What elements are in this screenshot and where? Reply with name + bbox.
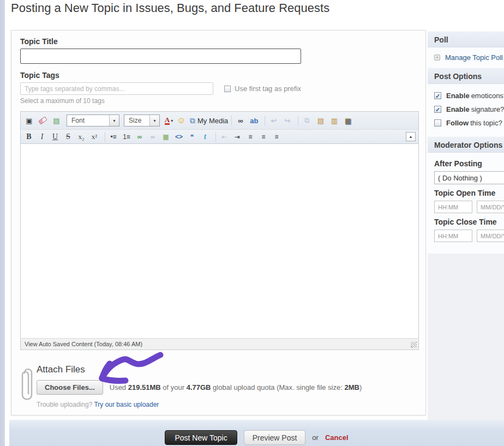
topic-tags-row: Use first tag as prefix bbox=[20, 82, 417, 95]
subscript-icon[interactable]: x₂ bbox=[76, 131, 88, 142]
unlink-icon[interactable]: ∞ bbox=[148, 131, 160, 142]
chevron-down-icon[interactable]: ▾ bbox=[149, 115, 159, 126]
poll-section-header: Poll bbox=[428, 31, 504, 47]
checkbox: ✓ bbox=[434, 92, 441, 99]
align-center-icon[interactable]: ≡ bbox=[259, 131, 271, 142]
quota-total-value: 4.77GB bbox=[187, 383, 211, 391]
bbcode-toggle-icon[interactable]: ▣ bbox=[24, 114, 37, 126]
size-select[interactable]: Size ▾ bbox=[124, 114, 160, 126]
topic-title-input[interactable] bbox=[20, 49, 301, 64]
attach-files-heading: Attach Files bbox=[37, 364, 417, 375]
left-edge-strip bbox=[0, 0, 5, 446]
text-color-icon[interactable]: A▾ bbox=[163, 114, 175, 126]
find-icon[interactable]: ∞ bbox=[235, 114, 248, 126]
align-right-icon[interactable]: ≡ bbox=[272, 131, 284, 142]
sidebar-filler bbox=[428, 254, 504, 426]
quote-icon[interactable]: ❝ bbox=[187, 131, 199, 142]
template-icon[interactable]: ▤ bbox=[51, 114, 64, 126]
font-select[interactable]: Font ▾ bbox=[67, 114, 119, 126]
italic-icon[interactable]: I bbox=[37, 131, 49, 142]
use-first-tag-checkbox[interactable] bbox=[224, 86, 231, 92]
basic-uploader-link[interactable]: Try our basic uploader bbox=[94, 401, 159, 408]
attach-files-section: Attach Files Choose Files... Used 219.51… bbox=[20, 364, 417, 408]
quota-used-value: 219.51MB bbox=[128, 383, 161, 391]
paste-plain-icon[interactable]: ▥ bbox=[329, 114, 341, 126]
separator bbox=[265, 116, 265, 125]
emoticons-icon[interactable]: ☺ bbox=[176, 114, 189, 126]
editor-toolbar-row1: ▣▤ Font ▾ Size ▾ A▾☺⧉My Media∞ab↩↪⧉▤▥▦ bbox=[21, 112, 418, 130]
underline-icon[interactable]: U bbox=[50, 131, 62, 142]
editor-status-bar: View Auto Saved Content (Today, 08:46 AM… bbox=[21, 338, 418, 349]
separator bbox=[215, 132, 216, 142]
separator bbox=[231, 116, 232, 125]
link-icon[interactable]: ∞ bbox=[135, 131, 147, 142]
bullet-list-icon[interactable]: •≡ bbox=[109, 131, 121, 142]
trouble-uploading-text: Trouble uploading? Try our basic uploade… bbox=[37, 401, 417, 408]
cancel-link[interactable]: Cancel bbox=[325, 430, 349, 445]
follow-topic-checkbox[interactable]: Followthis topic? bbox=[428, 116, 504, 130]
close-date-input[interactable] bbox=[477, 230, 504, 242]
copy-icon[interactable]: ⧉ bbox=[302, 114, 314, 126]
post-new-topic-button[interactable]: Post New Topic bbox=[165, 430, 237, 445]
superscript-icon[interactable]: x² bbox=[89, 131, 101, 142]
undo-icon[interactable]: ↩ bbox=[268, 114, 281, 126]
manage-poll-row: + Manage Topic Poll bbox=[428, 47, 504, 68]
paperclip-icon bbox=[20, 362, 35, 406]
replace-icon[interactable]: ab bbox=[249, 114, 261, 126]
moderator-options-form: After Posting ( Do Nothing ) Topic Open … bbox=[428, 153, 504, 254]
code-icon[interactable]: <> bbox=[174, 131, 186, 142]
bold-icon[interactable]: B bbox=[24, 131, 36, 142]
poll-icon: + bbox=[434, 55, 440, 61]
tags-help-text: Select a maximum of 10 tags bbox=[20, 97, 417, 105]
rich-text-editor: ▣▤ Font ▾ Size ▾ A▾☺⧉My Media∞ab↩↪⧉▤▥▦ B… bbox=[20, 111, 419, 350]
topic-close-time-label: Topic Close Time bbox=[434, 218, 504, 226]
open-date-input[interactable] bbox=[477, 201, 504, 213]
remove-format-icon[interactable] bbox=[38, 114, 50, 126]
footer-bar: Post New Topic Preview Post or Cancel bbox=[9, 420, 504, 446]
strikethrough-icon[interactable]: S bbox=[63, 131, 75, 142]
topic-title-label: Topic Title bbox=[20, 37, 417, 46]
separator bbox=[105, 132, 105, 142]
topic-tags-label: Topic Tags bbox=[20, 71, 417, 80]
choose-files-button[interactable]: Choose Files... bbox=[37, 380, 103, 395]
attach-files-row: Choose Files... Used 219.51MB of your 4.… bbox=[37, 380, 417, 395]
sidebar: Poll + Manage Topic Poll Post Options ✓ … bbox=[428, 31, 504, 426]
image-icon[interactable]: ▦ bbox=[161, 131, 173, 142]
enable-signature-checkbox[interactable]: ✓ Enablesignature? bbox=[428, 103, 504, 116]
editor-toolbar-row2: BIUSx₂x²•≡1≡∞∞▦<>❝t⇤⇥≡≡≡ bbox=[21, 130, 418, 144]
topic-tags-input[interactable] bbox=[20, 82, 213, 95]
media-embed-icon[interactable]: t bbox=[200, 131, 212, 142]
topic-open-time-row bbox=[434, 201, 504, 213]
or-text: or bbox=[312, 430, 319, 445]
chevron-down-icon[interactable]: ▾ bbox=[109, 115, 119, 126]
checkbox bbox=[434, 119, 441, 126]
topic-form-panel: Topic Title Topic Tags Use first tag as … bbox=[11, 30, 426, 415]
quota-max-file-value: 2MB bbox=[344, 383, 359, 391]
autosave-link[interactable]: View Auto Saved Content (Today, 08:46 AM… bbox=[25, 341, 142, 347]
after-posting-label: After Posting bbox=[434, 159, 504, 168]
editor-content-area[interactable] bbox=[21, 144, 418, 338]
upload-quota-text: Used 219.51MB of your 4.77GB global uplo… bbox=[110, 383, 362, 391]
redo-icon[interactable]: ↪ bbox=[282, 114, 295, 126]
close-time-input[interactable] bbox=[434, 230, 472, 242]
align-left-icon[interactable]: ≡ bbox=[245, 131, 257, 142]
collapse-toolbar-button[interactable]: ▲ bbox=[406, 132, 416, 141]
enable-emoticons-checkbox[interactable]: ✓ Enableemoticons? bbox=[428, 89, 504, 103]
indent-icon[interactable]: ⇥ bbox=[232, 131, 244, 142]
post-options-header: Post Options bbox=[428, 68, 504, 84]
open-time-input[interactable] bbox=[434, 201, 472, 213]
my-media-button[interactable]: ⧉My Media bbox=[190, 114, 228, 126]
paste-icon[interactable]: ▤ bbox=[315, 114, 328, 126]
font-select-value: Font bbox=[71, 117, 85, 124]
numbered-list-icon[interactable]: 1≡ bbox=[122, 131, 134, 142]
topic-close-time-row bbox=[434, 230, 504, 242]
outdent-icon[interactable]: ⇤ bbox=[219, 131, 231, 142]
paste-word-icon[interactable]: ▦ bbox=[343, 114, 355, 126]
topic-open-time-label: Topic Open Time bbox=[434, 189, 504, 197]
page-title: Posting a New Topic in Issues, Bugs, and… bbox=[11, 1, 329, 16]
after-posting-select[interactable]: ( Do Nothing ) bbox=[434, 171, 504, 184]
manage-topic-poll-link[interactable]: Manage Topic Poll bbox=[445, 53, 503, 62]
preview-post-button[interactable]: Preview Post bbox=[244, 430, 306, 445]
separator bbox=[298, 116, 298, 125]
resize-handle[interactable] bbox=[411, 342, 417, 348]
